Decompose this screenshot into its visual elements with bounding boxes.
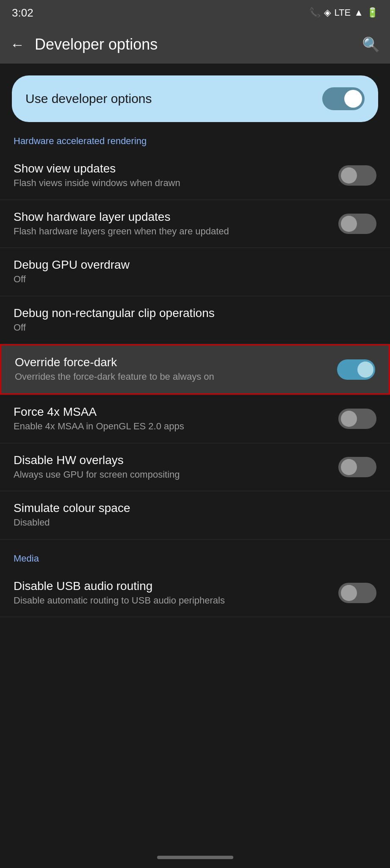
status-bar: 3:02 📞 ◈ LTE ▲ 🔋 — [0, 0, 390, 25]
force-4x-msaa-toggle[interactable] — [338, 409, 376, 429]
item-text: Disable HW overlays Always use GPU for s… — [14, 453, 330, 481]
back-button[interactable]: ← — [10, 36, 25, 53]
list-item[interactable]: Disable HW overlays Always use GPU for s… — [0, 443, 390, 491]
list-item[interactable]: Debug non-rectangular clip operations Of… — [0, 296, 390, 344]
item-text: Disable USB audio routing Disable automa… — [14, 579, 330, 607]
list-item[interactable]: Debug GPU overdraw Off — [0, 248, 390, 296]
item-title: Debug GPU overdraw — [14, 258, 376, 272]
lte-label: LTE — [335, 7, 351, 18]
section-header-hardware: Hardware accelerated rendering — [0, 122, 390, 152]
battery-icon: 🔋 — [367, 7, 378, 18]
disable-hw-overlays-toggle[interactable] — [338, 457, 376, 477]
item-subtitle: Off — [14, 273, 376, 286]
status-icons: 📞 ◈ LTE ▲ 🔋 — [309, 7, 379, 18]
item-title: Show hardware layer updates — [14, 210, 330, 224]
override-force-dark-toggle[interactable] — [337, 359, 375, 380]
home-indicator — [157, 856, 233, 859]
item-subtitle: Enable 4x MSAA in OpenGL ES 2.0 apps — [14, 420, 330, 433]
list-item[interactable]: Show hardware layer updates Flash hardwa… — [0, 200, 390, 248]
toggle-knob — [341, 585, 357, 601]
item-text: Force 4x MSAA Enable 4x MSAA in OpenGL E… — [14, 405, 330, 433]
item-subtitle: Disable automatic routing to USB audio p… — [14, 595, 330, 607]
toggle-knob — [357, 362, 373, 378]
search-button[interactable]: 🔍 — [362, 36, 380, 53]
item-title: Simulate colour space — [14, 501, 376, 515]
toggle-knob — [341, 459, 357, 475]
item-title: Override force-dark — [15, 356, 329, 369]
disable-usb-audio-toggle[interactable] — [338, 583, 376, 603]
dev-options-label: Use developer options — [25, 92, 152, 106]
status-time: 3:02 — [12, 6, 33, 19]
dev-options-toggle-knob — [344, 90, 362, 108]
item-subtitle: Flash hardware layers green when they ar… — [14, 225, 330, 238]
list-item[interactable]: Simulate colour space Disabled — [0, 491, 390, 539]
item-subtitle: Overrides the force-dark feature to be a… — [15, 371, 329, 383]
list-item[interactable]: Show view updates Flash views inside win… — [0, 152, 390, 200]
toggle-knob — [341, 167, 357, 184]
app-bar: ← Developer options 🔍 — [0, 25, 390, 64]
item-text: Debug GPU overdraw Off — [14, 258, 376, 286]
item-subtitle: Flash views inside windows when drawn — [14, 177, 330, 189]
item-text: Simulate colour space Disabled — [14, 501, 376, 529]
page-title: Developer options — [35, 36, 352, 53]
item-text: Show hardware layer updates Flash hardwa… — [14, 210, 330, 238]
item-title: Disable HW overlays — [14, 453, 330, 467]
item-title: Show view updates — [14, 162, 330, 175]
show-hw-layer-updates-toggle[interactable] — [338, 214, 376, 234]
toggle-knob — [341, 411, 357, 427]
content: Use developer options Hardware accelerat… — [0, 75, 390, 617]
override-force-dark-item[interactable]: Override force-dark Overrides the force-… — [0, 344, 390, 395]
bottom-bar — [0, 847, 390, 868]
list-item[interactable]: Disable USB audio routing Disable automa… — [0, 569, 390, 617]
item-text: Show view updates Flash views inside win… — [14, 162, 330, 189]
show-view-updates-toggle[interactable] — [338, 165, 376, 186]
item-text: Override force-dark Overrides the force-… — [15, 356, 329, 383]
item-subtitle: Disabled — [14, 517, 376, 529]
signal-icon: ▲ — [354, 7, 363, 18]
item-title: Debug non-rectangular clip operations — [14, 306, 376, 320]
list-item[interactable]: Force 4x MSAA Enable 4x MSAA in OpenGL E… — [0, 395, 390, 443]
item-title: Force 4x MSAA — [14, 405, 330, 419]
section-header-media: Media — [0, 540, 390, 569]
dev-options-toggle[interactable] — [322, 87, 365, 110]
item-text: Debug non-rectangular clip operations Of… — [14, 306, 376, 334]
item-title: Disable USB audio routing — [14, 579, 330, 593]
phone-icon: 📞 — [309, 7, 321, 18]
dev-options-card[interactable]: Use developer options — [12, 75, 378, 122]
item-subtitle: Off — [14, 322, 376, 334]
toggle-knob — [341, 216, 357, 232]
wifi-icon: ◈ — [324, 7, 331, 18]
item-subtitle: Always use GPU for screen compositing — [14, 469, 330, 481]
